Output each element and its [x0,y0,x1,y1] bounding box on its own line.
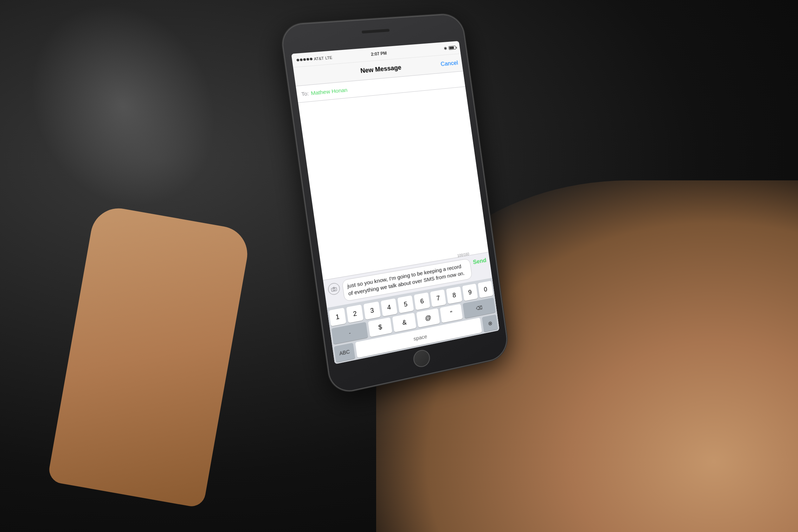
key-8[interactable]: 8 [446,287,462,304]
key-ampersand[interactable]: & [392,313,416,332]
key-1[interactable]: 1 [329,308,346,326]
signal-dot-4 [307,58,309,61]
key-at[interactable]: @ [416,308,440,328]
dismiss-icon: ⊗ [488,320,493,327]
to-label: To: [301,90,309,97]
camera-icon [331,286,337,292]
svg-point-1 [333,288,335,290]
abc-key[interactable]: ABC [334,343,355,363]
status-time: 2:07 PM [371,51,387,57]
phone-screen: AT&T LTE 2:07 PM ✱ New Message Cancel To… [291,41,499,364]
svg-rect-0 [331,287,337,291]
cancel-button[interactable]: Cancel [440,59,458,68]
key-quote[interactable]: " [440,304,463,323]
dismiss-keyboard-button[interactable]: ⊗ [482,314,498,332]
signal-dot-5 [310,58,313,60]
key-4[interactable]: 4 [380,298,397,316]
key-2[interactable]: 2 [346,305,363,323]
key-3[interactable]: 3 [363,301,381,320]
message-body-area [298,87,488,280]
key-7[interactable]: 7 [430,289,446,307]
signal-dot-1 [296,59,299,62]
phone-speaker [362,29,390,33]
key-dollar[interactable]: $ [368,317,392,337]
network-type: LTE [325,55,333,60]
key-5[interactable]: 5 [397,295,414,313]
status-left: AT&T LTE [296,55,333,62]
key-0[interactable]: 0 [478,281,493,298]
signal-dot-2 [300,58,303,61]
battery-icon [449,46,456,50]
signal-dot-3 [303,58,306,61]
camera-button[interactable] [327,282,341,295]
carrier-name: AT&T [314,56,324,61]
home-button[interactable] [412,348,431,368]
key-6[interactable]: 6 [414,292,430,310]
battery-fill [449,46,454,49]
nav-title: New Message [360,64,402,75]
send-button[interactable]: Send [472,256,487,266]
bluetooth-icon: ✱ [443,46,447,51]
recipient-name: Mathew Honan [310,87,348,96]
key-9[interactable]: 9 [462,283,478,301]
signal-dots [296,58,313,62]
delete-icon: ⌫ [476,305,483,311]
status-right: ✱ [443,45,456,51]
